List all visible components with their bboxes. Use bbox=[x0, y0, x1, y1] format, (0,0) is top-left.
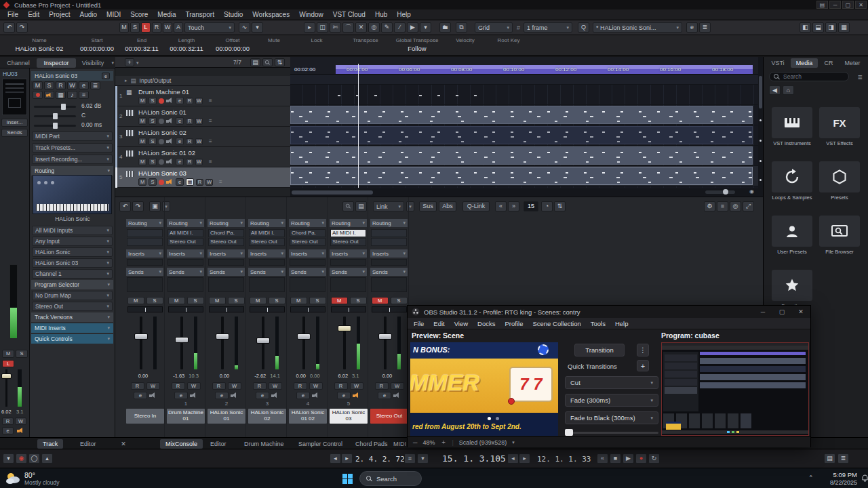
obs-menu-edit[interactable]: Edit bbox=[429, 320, 449, 327]
tile-loops-samples[interactable] bbox=[772, 161, 812, 192]
mixer-channel-stereo-in[interactable]: Routing▾Inserts▾Sends▾MS0.00RWeStereo In bbox=[125, 197, 165, 438]
fader-handle[interactable] bbox=[216, 333, 229, 340]
routing-rack-header[interactable]: Routing▾ bbox=[370, 219, 408, 227]
read-button[interactable]: R bbox=[212, 382, 226, 390]
transition-menu-icon[interactable]: ⋮ bbox=[637, 344, 649, 357]
mixer-channel-halion-sonic-02[interactable]: Routing▾All MIDI I.Stereo OutInserts▾Sen… bbox=[248, 197, 287, 438]
fader-handle[interactable] bbox=[297, 333, 311, 340]
mute-button[interactable]: M bbox=[2, 350, 14, 358]
channel-name[interactable]: HU03 bbox=[3, 70, 18, 77]
write-button[interactable]: W bbox=[15, 418, 26, 425]
list-icon[interactable]: ≣ bbox=[699, 22, 711, 33]
routing-rack-header[interactable]: Routing▾ bbox=[167, 219, 204, 227]
obs-preview-pane[interactable]: N BONUS: MMER 7 7 red from August 20th t… bbox=[410, 342, 558, 436]
output-routing[interactable]: Stereo Out bbox=[290, 238, 326, 246]
tab-cr[interactable]: CR bbox=[819, 58, 838, 68]
mute-button[interactable]: M bbox=[331, 297, 348, 304]
menu-studio[interactable]: Studio bbox=[219, 9, 248, 20]
cycle-icon[interactable]: ↻ bbox=[648, 453, 660, 464]
workspace-grid-icon[interactable]: ▤ bbox=[816, 1, 828, 9]
monitor-button[interactable] bbox=[166, 98, 174, 104]
record-arm-button[interactable] bbox=[159, 180, 164, 185]
volume-value[interactable]: -1.63 bbox=[173, 373, 184, 379]
menu-window[interactable]: Window bbox=[294, 9, 328, 20]
add-track-caret-icon[interactable]: ▾ bbox=[136, 60, 139, 66]
sends-rack-header[interactable]: Sends▾ bbox=[370, 268, 408, 276]
edit-channel-button[interactable]: e bbox=[176, 138, 184, 145]
edit-channel-button[interactable]: e bbox=[296, 392, 310, 399]
obs-menu-help[interactable]: Help bbox=[610, 320, 633, 327]
inserts-button[interactable]: Inser... bbox=[1, 119, 28, 127]
track-row-halion-sonic-02[interactable]: 3HALion Sonic 02MSeRW≡ bbox=[115, 127, 290, 147]
mute-button[interactable]: M bbox=[138, 117, 146, 125]
obs-menu-docks[interactable]: Docks bbox=[473, 320, 500, 327]
play-icon[interactable]: ▶ bbox=[623, 453, 634, 464]
monitor-button[interactable] bbox=[166, 179, 174, 185]
monitor-icon[interactable] bbox=[190, 392, 197, 399]
edit-channel-button[interactable]: e bbox=[176, 117, 184, 125]
obs-program-pane[interactable] bbox=[661, 342, 809, 436]
erase-tool-icon[interactable]: ✕ bbox=[355, 22, 367, 33]
channel-display[interactable] bbox=[2, 79, 27, 115]
monitor-button[interactable] bbox=[44, 91, 54, 99]
mixer-channel-halion-sonic-03[interactable]: Routing▾All MIDI I.Stereo OutInserts▾Sen… bbox=[329, 197, 368, 438]
routing-rack-header[interactable]: Routing▾ bbox=[330, 219, 367, 227]
left-zone-toggle-icon[interactable]: ◧ bbox=[800, 22, 811, 33]
lane-icon[interactable]: ≡ bbox=[79, 91, 89, 99]
cycle-mode-icon[interactable]: ◯ bbox=[28, 453, 40, 464]
mixer-channel-stereo-out[interactable]: Routing▾Inserts▾Sends▾MS0.00RWeStereo Ou… bbox=[370, 197, 409, 438]
track-row-halion-sonic-03[interactable]: 5HALion Sonic 03MSe▦RW≡ bbox=[115, 167, 290, 188]
input-routing[interactable]: Chord Pa. bbox=[208, 229, 244, 237]
automation-r-button[interactable]: R bbox=[152, 22, 161, 33]
inspector-midi-part[interactable]: MIDI Part▾ bbox=[32, 131, 113, 141]
menu-file[interactable]: File bbox=[3, 9, 23, 20]
back-icon[interactable]: ◀ bbox=[769, 85, 781, 95]
volume-slider-handle[interactable] bbox=[61, 104, 66, 110]
add-track-button[interactable]: + bbox=[125, 58, 134, 66]
output-routing[interactable] bbox=[127, 238, 163, 246]
edit-channel-button[interactable]: e bbox=[337, 392, 351, 399]
scrollbar-thumb[interactable] bbox=[292, 190, 373, 195]
inserts-slot[interactable] bbox=[330, 259, 366, 266]
inspector-insert-recording-[interactable]: Insert Recording...▾ bbox=[32, 155, 113, 164]
draw-tool-icon[interactable]: ✎ bbox=[381, 22, 393, 33]
output-routing[interactable] bbox=[371, 238, 407, 246]
obs-menu-file[interactable]: File bbox=[409, 320, 429, 327]
info-root-key[interactable]: Root Key bbox=[488, 35, 529, 56]
input-routing[interactable]: All MIDI I. bbox=[249, 229, 285, 237]
automation-w-button[interactable]: W bbox=[163, 22, 172, 33]
search-input[interactable]: Search bbox=[769, 72, 849, 81]
channel-name[interactable]: HALion Sonic 01 02 bbox=[289, 409, 327, 424]
channel-name[interactable]: Stereo Out bbox=[370, 409, 408, 424]
preset-select[interactable]: * HALion Sonic Soni...▾ bbox=[593, 22, 682, 33]
range-tool-icon[interactable]: ◫ bbox=[317, 22, 328, 33]
fader-track[interactable] bbox=[180, 317, 183, 369]
sends-rack-header[interactable]: Sends▾ bbox=[289, 268, 326, 276]
read-button[interactable]: R bbox=[186, 138, 193, 145]
obs-menu-view[interactable]: View bbox=[450, 320, 473, 327]
menu-score[interactable]: Score bbox=[125, 9, 153, 20]
inspector-all-midi-inputs[interactable]: All MIDI Inputs▾ bbox=[32, 226, 113, 235]
abs-button[interactable]: Abs bbox=[439, 201, 456, 211]
track-row-drum-machine-01[interactable]: 1▦Drum Machine 01MSeRW≡ bbox=[115, 86, 290, 106]
channel-name[interactable]: Stereo In bbox=[126, 409, 164, 424]
right-locator-display[interactable]: 12. 1. 1. 33 bbox=[537, 455, 591, 464]
home-icon[interactable]: ⌂ bbox=[783, 85, 794, 95]
routing-rack-header[interactable]: Routing▾ bbox=[289, 219, 326, 227]
tab-meter[interactable]: Meter bbox=[840, 58, 865, 68]
fader-handle[interactable] bbox=[256, 338, 270, 344]
edit-icon[interactable]: e bbox=[79, 81, 89, 89]
inserts-slot[interactable] bbox=[249, 259, 285, 266]
locator-list-icon[interactable]: ≡ bbox=[404, 453, 416, 464]
nudge-right-icon[interactable]: ▸ bbox=[519, 453, 530, 464]
volume-value[interactable]: 0.00 bbox=[138, 373, 149, 379]
sends-slot[interactable] bbox=[290, 277, 326, 292]
redo-icon[interactable]: ↷ bbox=[16, 22, 28, 33]
midi-part-selected[interactable] bbox=[290, 126, 753, 144]
weather-condition[interactable]: Mostly cloudy bbox=[24, 479, 60, 486]
read-button[interactable]: R bbox=[172, 382, 185, 390]
auto-scroll-icon[interactable]: ∿ bbox=[239, 22, 250, 33]
visibility-agents-icon[interactable]: ▤ bbox=[250, 58, 260, 66]
inserts-rack-header[interactable]: Inserts▾ bbox=[330, 249, 367, 258]
tile-favorites[interactable] bbox=[772, 270, 812, 301]
